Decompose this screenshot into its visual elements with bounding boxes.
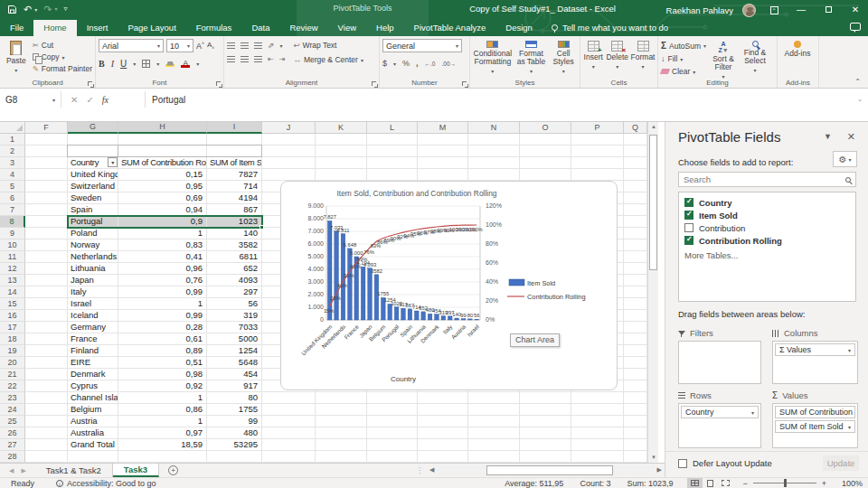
grid-cell-Q15[interactable] [624,298,647,310]
grid-cell-N25[interactable] [468,416,520,427]
grid-cell-J3[interactable] [262,157,316,169]
col-header-J[interactable]: J [262,122,316,134]
grid-cell-I12[interactable]: 652 [207,263,262,275]
grid-cell-I9[interactable]: 140 [207,228,262,239]
grid-cell-F25[interactable] [25,416,68,427]
bar-item-sold[interactable] [441,316,446,320]
grid-cell-M27[interactable] [418,439,468,451]
tab-page-layout[interactable]: Page Layout [118,20,185,36]
grid-cell-I22[interactable]: 917 [207,380,262,392]
pane-options-chevron-icon[interactable]: ▼ [824,132,832,141]
area-field-pill[interactable]: Country▾ [681,406,759,418]
col-header-K[interactable]: K [316,122,367,134]
col-header-Q[interactable]: Q [624,122,647,134]
area-field-pill[interactable]: Σ Values▾ [775,343,855,356]
grid-cell-I14[interactable]: 297 [207,286,262,298]
grid-cell-Q28[interactable] [624,451,647,463]
grid-cell-Q6[interactable] [624,192,647,204]
row-header-14[interactable]: 14 [0,286,25,298]
grid-cell-F7[interactable] [25,204,68,216]
vertical-scrollbar[interactable]: ▲ ▼ [647,122,658,463]
tools-gear-button[interactable]: ⚙▾ [833,151,857,167]
grid-cell-I27[interactable]: 53295 [207,439,262,451]
col-header-H[interactable]: H [118,122,207,134]
grid-cell-I25[interactable]: 99 [207,416,262,427]
collapse-ribbon-icon[interactable]: ⌃ [854,78,861,86]
grid-cell-L25[interactable] [367,416,418,427]
grid-cell-F15[interactable] [25,298,68,310]
grid-cell-P24[interactable] [571,404,624,416]
scroll-right-icon[interactable]: ▶ [655,466,665,474]
grid-cell-J28[interactable] [262,451,316,463]
grid-cell-G21[interactable]: Denmark [68,369,118,380]
grid-cell-Q19[interactable] [624,345,647,357]
grid-cell-I24[interactable]: 1755 [207,404,262,416]
grid-cell-J2[interactable] [262,145,316,157]
row-header-2[interactable]: 2 [0,145,25,157]
grid-cell-M1[interactable] [418,134,468,145]
field-checkbox[interactable] [684,236,693,245]
restore-button[interactable] [819,0,837,20]
conditional-formatting-button[interactable]: Conditional Formatting▾ [473,39,513,76]
sheet-tab-task3[interactable]: Task3 [113,464,159,477]
grid-cell-P23[interactable] [571,392,624,404]
grid-cell-O27[interactable] [520,439,571,451]
grid-cell-G25[interactable]: Austria [68,416,118,427]
area-field-pill[interactable]: SUM of Contribution R...▾ [775,406,855,418]
grid-cell-O1[interactable] [520,134,571,145]
grid-cell-N24[interactable] [468,404,520,416]
wrap-text-button[interactable]: ↩Wrap Text [293,41,363,50]
tab-formulas[interactable]: Formulas [186,20,242,36]
grid-cell-Q27[interactable] [624,439,647,451]
defer-checkbox[interactable] [678,459,687,468]
grid-cell-Q11[interactable] [624,251,647,263]
grid-cell-H28[interactable] [118,451,207,463]
tab-insert[interactable]: Insert [77,20,118,36]
grid-cell-K4[interactable] [316,169,367,181]
grid-cell-N2[interactable] [468,145,520,157]
align-left-icon[interactable] [227,56,235,62]
grid-cell-J25[interactable] [262,416,316,427]
col-header-L[interactable]: L [367,122,418,134]
zoom-slider-thumb[interactable] [784,479,787,487]
grid-cell-O4[interactable] [520,169,571,181]
row-header-10[interactable]: 10 [0,239,25,251]
format-cells-button[interactable]: Format▾ [631,39,655,76]
bar-item-sold[interactable] [348,249,353,320]
format-as-table-button[interactable]: Format as Table▾ [515,39,548,76]
scroll-up-icon[interactable]: ▲ [648,122,659,132]
italic-button[interactable]: I [111,59,114,69]
grid-cell-F19[interactable] [25,345,68,357]
bold-button[interactable]: B [99,59,105,69]
expand-formula-bar-icon[interactable]: ⌄ [857,96,863,103]
col-header-O[interactable]: O [520,122,571,134]
grid-cell-Q24[interactable] [624,404,647,416]
grid-cell-M3[interactable] [418,157,468,169]
area-field-pill[interactable]: SUM of Item Sold▾ [775,420,855,433]
grid-cell-L4[interactable] [367,169,418,181]
scroll-left-icon[interactable]: ◀ [427,466,437,474]
grid-cell-H12[interactable]: 0,96 [118,263,207,275]
grid-cell-N4[interactable] [468,169,520,181]
cell-styles-button[interactable]: Cell Styles▾ [550,39,577,76]
sheet-nav-left-icon[interactable]: ◀ [9,467,14,474]
pill-dropdown-icon[interactable]: ▾ [848,347,851,353]
more-tables-link[interactable]: More Tables... [684,250,850,260]
grid-cell-I15[interactable]: 56 [207,298,262,310]
grid-cell-H6[interactable]: 0,69 [118,192,207,204]
row-header-9[interactable]: 9 [0,228,25,239]
grid-cell-Q5[interactable] [624,181,647,192]
grid-cell-L1[interactable] [367,134,418,145]
field-item-item-sold[interactable]: Item Sold [684,209,850,221]
merge-center-button[interactable]: ↔Merge & Center▾ [293,55,363,64]
grid-cell-P3[interactable] [571,157,624,169]
filters-drop-area[interactable] [678,341,761,384]
user-avatar[interactable] [742,4,756,17]
grid-cell-I13[interactable]: 4093 [207,275,262,286]
grid-cell-F5[interactable] [25,181,68,192]
grid-cell-H15[interactable]: 1 [118,298,207,310]
row-header-27[interactable]: 27 [0,439,25,451]
pane-close-icon[interactable]: ✕ [847,131,855,143]
update-button[interactable]: Update [823,455,859,471]
grid-cell-K23[interactable] [316,392,367,404]
